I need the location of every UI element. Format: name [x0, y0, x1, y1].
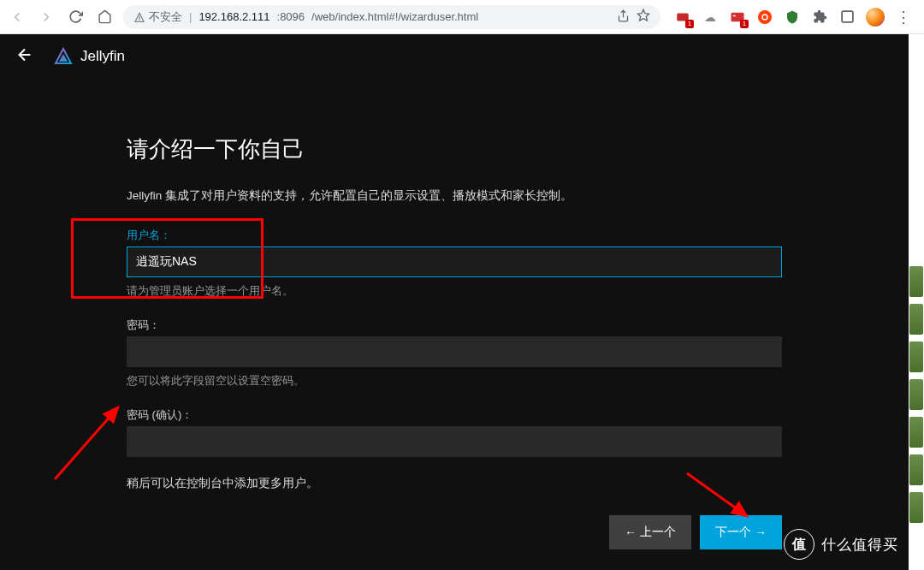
new-tab-icon[interactable]	[838, 9, 856, 26]
watermark-text: 什么值得买	[821, 535, 898, 555]
svg-rect-6	[842, 11, 853, 22]
side-scrollbar-area[interactable]	[909, 34, 924, 570]
password-confirm-input[interactable]	[127, 426, 782, 457]
security-warning-icon: 不安全	[133, 9, 182, 25]
thumbnail-icon	[909, 379, 923, 410]
page-description: Jellyfin 集成了对用户资料的支持，允许配置自己的显示设置、播放模式和家长…	[127, 188, 782, 204]
svg-line-8	[55, 407, 118, 479]
page-title: 请介绍一下你自己	[127, 134, 782, 164]
browser-toolbar: 不安全 | 192.168.2.111:8096/web/index.html#…	[0, 0, 924, 34]
security-warning-text: 不安全	[149, 9, 182, 25]
extension-icon[interactable]	[784, 9, 801, 26]
thumbnail-icon	[909, 341, 923, 372]
app-window: Jellyfin 请介绍一下你自己 Jellyfin 集成了对用户资料的支持，允…	[0, 34, 909, 570]
password-confirm-field-group: 密码 (确认)：	[127, 407, 782, 457]
brand-name: Jellyfin	[80, 48, 125, 65]
extension-icon[interactable]: ☁	[702, 9, 719, 26]
jellyfin-logo-icon	[53, 46, 74, 67]
profile-avatar-icon[interactable]	[866, 8, 885, 27]
watermark: 值 什么值得买	[784, 529, 898, 560]
username-help: 请为管理员账户选择一个用户名。	[127, 284, 782, 299]
url-path: /web/index.html#!/wizarduser.html	[311, 10, 478, 23]
extensions-tray: 1 ☁ 1 ⋮	[669, 8, 917, 27]
svg-point-5	[758, 10, 772, 24]
thumbnail-icon	[909, 492, 923, 523]
next-button[interactable]: 下一个 →	[700, 515, 782, 549]
extensions-puzzle-icon[interactable]	[811, 9, 828, 26]
username-label: 用户名：	[127, 228, 782, 243]
share-icon[interactable]	[617, 9, 630, 25]
brand: Jellyfin	[53, 46, 125, 67]
extension-icon[interactable]: 1	[729, 9, 746, 26]
password-input[interactable]	[127, 336, 782, 367]
password-confirm-label: 密码 (确认)：	[127, 407, 782, 423]
username-field-group: 用户名： 请为管理员账户选择一个用户名。	[127, 228, 782, 299]
chrome-menu-icon[interactable]: ⋮	[895, 9, 912, 26]
arrow-right-icon: →	[755, 525, 767, 539]
bookmark-star-icon[interactable]	[637, 9, 650, 25]
watermark-logo-icon: 值	[784, 529, 814, 560]
app-header: Jellyfin	[0, 34, 909, 79]
nav-back-button[interactable]	[7, 7, 27, 27]
wizard-content: 请介绍一下你自己 Jellyfin 集成了对用户资料的支持，允许配置自己的显示设…	[116, 134, 792, 549]
previous-button-label: 上一个	[640, 525, 676, 540]
thumbnail-icon	[909, 266, 923, 297]
password-field-group: 密码： 您可以将此字段留空以设置空密码。	[127, 318, 782, 389]
extension-icon[interactable]	[756, 9, 773, 26]
nav-reload-button[interactable]	[65, 7, 86, 27]
back-arrow-button[interactable]	[15, 45, 34, 68]
password-help: 您可以将此字段留空以设置空密码。	[127, 374, 782, 389]
address-bar[interactable]: 不安全 | 192.168.2.111:8096/web/index.html#…	[123, 5, 660, 29]
button-row: ← 上一个 下一个 →	[127, 515, 782, 549]
url-port: :8096	[277, 10, 305, 23]
url-host: 192.168.2.111	[198, 10, 270, 23]
svg-rect-4	[733, 15, 736, 16]
nav-home-button[interactable]	[94, 7, 115, 27]
arrow-left-icon: ←	[625, 525, 637, 539]
nav-forward-button[interactable]	[36, 7, 56, 27]
extension-icon[interactable]: 1	[674, 9, 691, 26]
svg-marker-1	[637, 9, 649, 21]
username-input[interactable]	[127, 246, 782, 277]
thumbnail-icon	[909, 454, 923, 485]
thumbnail-icon	[909, 417, 923, 448]
password-label: 密码：	[127, 318, 782, 333]
previous-button[interactable]: ← 上一个	[609, 515, 691, 549]
next-button-label: 下一个	[715, 525, 751, 540]
wizard-note: 稍后可以在控制台中添加更多用户。	[127, 476, 782, 491]
thumbnail-icon	[909, 304, 923, 335]
